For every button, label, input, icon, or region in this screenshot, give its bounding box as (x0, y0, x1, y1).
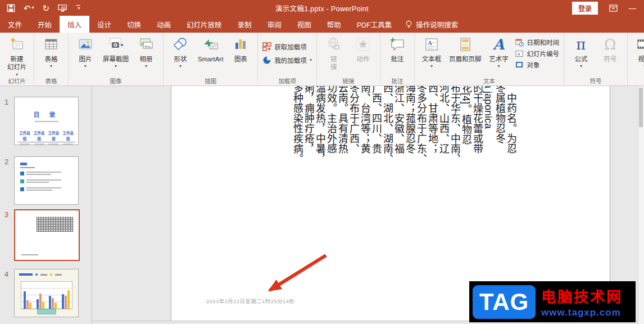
minimize-button[interactable]: — (629, 4, 636, 12)
ribbon-group-symbols: π 公式 ▾ Ω 符号 符号 (564, 33, 628, 86)
ribbon-display-options-icon[interactable] (609, 4, 618, 12)
video-button[interactable]: 视频 ▾ (631, 34, 644, 69)
tab-review[interactable]: 审阅 (260, 16, 289, 33)
chevron-down-icon: ▾ (580, 64, 582, 69)
my-add-ins-button[interactable]: 我的加载项 ▾ (262, 56, 312, 65)
chart-button[interactable]: 图表 (226, 34, 255, 63)
photo-album-icon (138, 36, 154, 53)
slide-number-label: 1 (4, 98, 8, 106)
tab-slideshow[interactable]: 幻灯片放映 (179, 16, 230, 33)
slide-thumbnail-2[interactable] (14, 156, 79, 205)
table-icon (43, 36, 59, 53)
login-button[interactable]: 登录 (572, 2, 598, 15)
vertical-text-column: 花[4]。植物忍 (460, 86, 471, 181)
vertical-text-column: 广西、四川、贵 (370, 86, 382, 181)
vertical-text-column: 温病发热，中暑， (314, 86, 325, 181)
tab-animations[interactable]: 动画 (149, 16, 179, 33)
wordart-button[interactable]: A 艺术字 ▾ (484, 34, 513, 69)
list-item (20, 187, 78, 192)
chevron-down-icon: ▾ (497, 64, 500, 69)
tab-insert[interactable]: 插入 (60, 16, 89, 33)
start-slideshow-icon[interactable] (58, 4, 67, 12)
new-slide-button[interactable]: 新建 幻灯片 ▾ (3, 34, 31, 77)
undo-button[interactable]: ↶▾ (24, 4, 34, 12)
vertical-text-column: 痢，痈肿疔疮， (303, 86, 314, 181)
wordart-icon: A (493, 36, 504, 53)
text-box-button[interactable]: A 文本框 ▾ (418, 34, 446, 69)
tab-design[interactable]: 设计 (89, 16, 119, 33)
header-footer-button[interactable]: 页眉和页脚 (447, 34, 484, 63)
get-add-ins-icon (262, 42, 271, 51)
redo-button[interactable]: ↻ (43, 4, 50, 12)
vertical-scrollbar[interactable] (638, 86, 644, 324)
tab-view[interactable]: 视图 (289, 16, 319, 33)
vertical-text-column: 西、甘肃等地； (427, 86, 438, 181)
ribbon-tab-bar: 文件 开始 插入 设计 切换 动画 幻灯片放映 录制 审阅 视图 帮助 PDF工… (0, 16, 644, 33)
ribbon-group-slides: 新建 幻灯片 ▾ 幻灯片 (0, 33, 34, 86)
vertical-text-column: 河北、山西、辽 (438, 86, 449, 181)
header-footer-icon (457, 36, 473, 53)
ribbon-group-links: 链 接 动作 链接 (317, 33, 380, 86)
customize-qat-icon[interactable]: ▾ (76, 5, 80, 11)
comment-button[interactable]: 批注 (383, 34, 411, 63)
screenshot-button[interactable]: 屏幕截图 ▾ (101, 34, 131, 69)
vertical-text-column: 布于华东、中南、 (449, 86, 460, 181)
thumb4-chart-bars (21, 281, 72, 309)
red-annotation-arrow (254, 251, 333, 300)
ribbon-group-add-ins: 获取加载项 我的加载项 ▾ 加载项 (258, 33, 317, 86)
equation-button[interactable]: π 公式 ▾ (567, 34, 595, 69)
ribbon-group-text: A 文本框 ▾ 页眉和页脚 A 艺术字 ▾ (415, 33, 564, 86)
scrollbar-thumb[interactable] (639, 88, 643, 127)
toc-item: 工作总结 (32, 130, 47, 145)
action-button[interactable]: 动作 (349, 34, 377, 63)
chevron-down-icon: ▾ (430, 64, 433, 69)
vertical-text-column: 海南；菰腺忍冬 (404, 86, 415, 181)
vertical-text-column: ，中药名。为忍 (505, 86, 516, 181)
tab-file[interactable]: 文件 (0, 16, 30, 33)
list-item (20, 179, 78, 184)
my-add-ins-icon (262, 56, 271, 65)
toc-item: 工作总结 (17, 130, 32, 145)
toc-subtitle-bar (35, 121, 58, 122)
symbol-button[interactable]: Ω 符号 (596, 34, 624, 63)
tab-home[interactable]: 开始 (30, 16, 60, 33)
ribbon-group-illustrations: 形状 ▾ SmartArt 图表 插图 (164, 33, 258, 86)
chevron-down-icon: ▾ (145, 64, 147, 69)
date-time-button[interactable]: 日期和时间 (515, 38, 559, 47)
tab-record[interactable]: 录制 (230, 16, 260, 33)
link-button[interactable]: 链 接 (320, 34, 348, 71)
lightbulb-icon (405, 20, 412, 29)
slide-thumbnail-1[interactable]: 目 录 工作总结 工作总结 工作总结 工作总结 (14, 97, 79, 145)
get-add-ins-button[interactable]: 获取加载项 (262, 42, 312, 51)
ribbon-group-media: 视频 ▾ 音频 ▾ 媒体 (628, 33, 644, 86)
new-slide-icon (9, 36, 25, 53)
tab-help[interactable]: 帮助 (319, 16, 349, 33)
slide-thumbnail-4[interactable] (14, 269, 79, 317)
vertical-text-column: 的干燥花蕾或带 (471, 86, 483, 181)
shapes-icon (173, 36, 188, 53)
slide-number-button[interactable]: # 幻灯片编号 (515, 49, 559, 58)
chevron-down-icon: ▾ (50, 64, 52, 69)
vertical-text-column: 功效。主治外感 (325, 86, 337, 181)
vertical-text-block[interactable]: ，中药名。为忍 冬属植物忍冬 a japonica 的干燥花蕾或带 花[4]。植… (291, 86, 516, 181)
smartart-icon (202, 36, 219, 53)
shapes-button[interactable]: 形状 ▾ (166, 34, 194, 69)
svg-text:#: # (518, 51, 520, 56)
object-button[interactable]: 对象 (515, 60, 559, 69)
slide2-title-bar (20, 163, 27, 165)
action-icon (355, 36, 371, 53)
slide-thumbnail-3-selected[interactable] (14, 209, 80, 261)
photo-album-button[interactable]: 相册 ▾ (132, 34, 160, 69)
vertical-text-column: 云南。具有清热 (337, 86, 348, 181)
smartart-button[interactable]: SmartArt (196, 34, 225, 63)
chart-legend (19, 273, 78, 276)
tab-transitions[interactable]: 切换 (119, 16, 149, 33)
save-icon[interactable] (7, 4, 15, 12)
dense-text-block (37, 217, 74, 231)
tab-pdf-tools[interactable]: PDF工具集 (349, 16, 400, 33)
picture-button[interactable]: 图片 ▾ (71, 34, 99, 69)
table-button[interactable]: 表格 ▾ (37, 34, 65, 69)
tell-me-search[interactable]: 操作说明搜索 (400, 16, 464, 33)
ribbon-group-images: 图片 ▾ 屏幕截图 ▾ 相册 ▾ 图像 (69, 33, 164, 86)
screenshot-icon (108, 36, 124, 53)
